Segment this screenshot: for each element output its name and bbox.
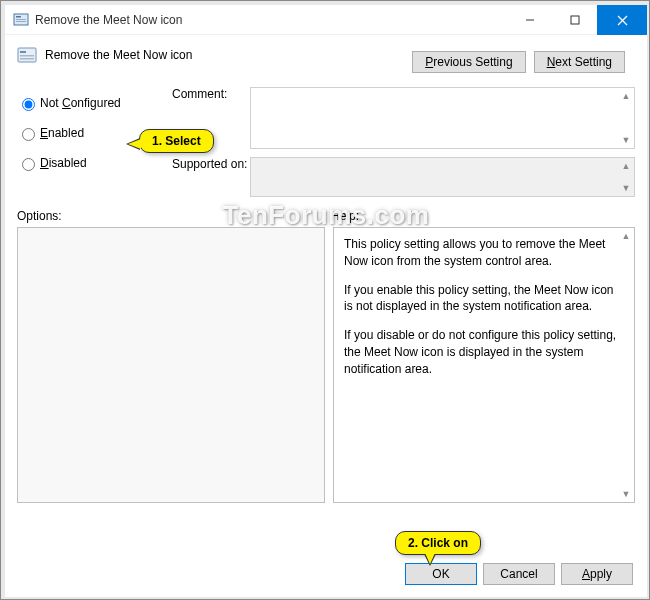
svg-rect-5	[571, 16, 579, 24]
comment-textarea[interactable]: ▲ ▼	[250, 87, 635, 149]
close-button[interactable]	[597, 5, 647, 35]
dialog-footer: OK Cancel Apply	[405, 563, 633, 585]
svg-rect-11	[20, 58, 34, 60]
policy-title: Remove the Meet Now icon	[45, 48, 192, 62]
svg-rect-3	[16, 21, 26, 22]
next-setting-button[interactable]: Next Setting	[534, 51, 625, 73]
options-panel	[17, 227, 325, 503]
ok-button[interactable]: OK	[405, 563, 477, 585]
previous-setting-button[interactable]: Previous Setting	[412, 51, 525, 73]
scroll-up-icon[interactable]: ▲	[619, 229, 633, 243]
help-panel: This policy setting allows you to remove…	[333, 227, 635, 503]
help-text-p2: If you enable this policy setting, the M…	[344, 282, 618, 316]
supported-on-box: ▲ ▼	[250, 157, 635, 197]
radio-not-configured-input[interactable]	[22, 98, 35, 111]
svg-rect-10	[20, 55, 34, 57]
apply-button[interactable]: Apply	[561, 563, 633, 585]
svg-rect-1	[16, 16, 21, 18]
policy-icon	[17, 45, 37, 65]
options-label: Options:	[17, 209, 331, 223]
radio-not-configured[interactable]: Not Configured	[17, 95, 172, 111]
scroll-down-icon[interactable]: ▼	[619, 181, 633, 195]
scroll-down-icon[interactable]: ▼	[619, 133, 633, 147]
scroll-up-icon[interactable]: ▲	[619, 89, 633, 103]
annotation-click: 2. Click on	[395, 531, 481, 555]
radio-disabled-input[interactable]	[22, 158, 35, 171]
annotation-select: 1. Select	[139, 129, 214, 153]
cancel-button[interactable]: Cancel	[483, 563, 555, 585]
supported-on-label: Supported on:	[172, 157, 250, 171]
scroll-up-icon[interactable]: ▲	[619, 159, 633, 173]
maximize-button[interactable]	[552, 5, 597, 35]
app-icon	[13, 12, 29, 28]
radio-enabled-input[interactable]	[22, 128, 35, 141]
title-bar: Remove the Meet Now icon	[5, 5, 647, 35]
help-text-p1: This policy setting allows you to remove…	[344, 236, 618, 270]
help-text-p3: If you disable or do not configure this …	[344, 327, 618, 377]
supported-scrollbar[interactable]: ▲ ▼	[619, 159, 633, 195]
help-scrollbar[interactable]: ▲ ▼	[619, 229, 633, 501]
comment-scrollbar[interactable]: ▲ ▼	[619, 89, 633, 147]
svg-rect-9	[20, 51, 26, 53]
scroll-down-icon[interactable]: ▼	[619, 487, 633, 501]
radio-disabled[interactable]: Disabled	[17, 155, 172, 171]
window-title: Remove the Meet Now icon	[35, 13, 182, 27]
comment-label: Comment:	[172, 87, 250, 101]
help-label: Help:	[331, 209, 359, 223]
svg-rect-2	[16, 19, 26, 20]
minimize-button[interactable]	[507, 5, 552, 35]
